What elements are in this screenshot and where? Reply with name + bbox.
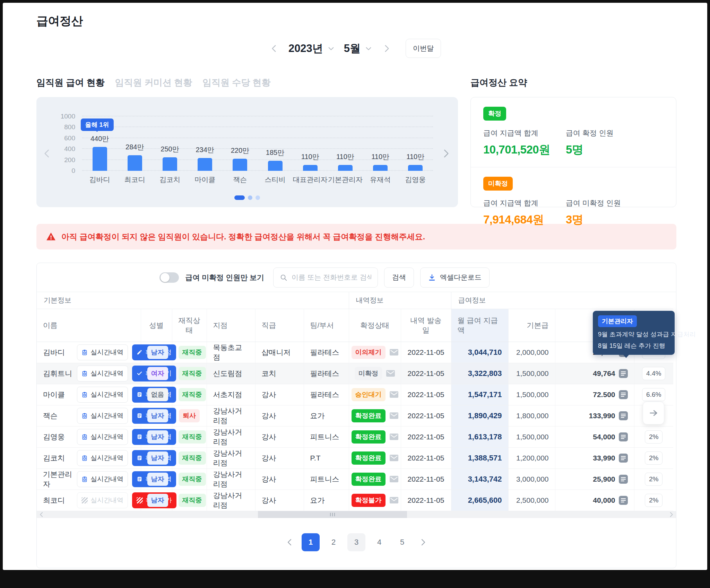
- bar-category-label: 마이클: [188, 175, 223, 184]
- page-number-button[interactable]: 3: [347, 533, 365, 551]
- bar-category-label: 최코디: [117, 175, 152, 184]
- table-column-header-row: 이름 성별 재직상태 지점 직급 팀/부서 확정상태 내역 발송일 월 급여 지…: [37, 309, 673, 342]
- gender-badge: 남자: [147, 430, 168, 444]
- salary-bar-chart: 02004006008001000올해 1위440만284만250만234만22…: [36, 97, 458, 207]
- chevron-down-icon: [365, 45, 372, 52]
- bar-category-label: 김영웅: [398, 175, 433, 184]
- sent-date-cell: 2022-11-05: [401, 342, 451, 363]
- search-input[interactable]: [292, 273, 371, 281]
- salary-chart-panel: 임직원 급여 현황 임직원 커미션 현황 임직원 수당 현황 020040060…: [36, 77, 458, 207]
- excel-download-button[interactable]: 엑셀다운로드: [420, 267, 490, 288]
- base-pay-cell: 1,500,000: [508, 363, 555, 384]
- memo-note-icon[interactable]: [619, 475, 628, 484]
- download-icon: [428, 274, 436, 281]
- page-buttons: 12345: [302, 533, 411, 551]
- doc-icon: [137, 413, 142, 419]
- search-button[interactable]: 검색: [384, 267, 414, 288]
- table-group-header-row: 기본정보 내역정보 급여정보: [37, 292, 673, 309]
- team-cell: 피트니스: [304, 468, 349, 490]
- rank-cell: 강사: [255, 447, 304, 468]
- page-number-button[interactable]: 5: [393, 533, 411, 551]
- envelope-icon[interactable]: [390, 391, 398, 398]
- realtime-history-button[interactable]: 실시간내역: [77, 450, 128, 466]
- carousel-dot[interactable]: [256, 195, 260, 200]
- employment-status-badge: 재직중: [179, 473, 206, 486]
- bar-category-label: 유재석: [363, 175, 398, 184]
- chart-prev-icon[interactable]: [42, 148, 52, 160]
- realtime-history-button[interactable]: 실시간내역: [77, 387, 128, 403]
- realtime-history-button[interactable]: 실시간내역: [77, 366, 128, 381]
- year-selector[interactable]: 2023년: [288, 41, 335, 56]
- base-pay-cell: 2,000,000: [508, 342, 555, 363]
- rank-cell: 코치: [255, 363, 304, 384]
- memo-note-icon[interactable]: [619, 496, 628, 505]
- bar-value-label: 440만: [90, 134, 109, 143]
- memo-note-icon[interactable]: [619, 390, 628, 399]
- carousel-dot[interactable]: [248, 195, 252, 200]
- scroll-right-icon[interactable]: [666, 511, 676, 518]
- realtime-history-button[interactable]: 실시간내역: [77, 492, 128, 508]
- envelope-icon[interactable]: [390, 433, 398, 440]
- summary-unconfirmed-section: 미확정 급여 지급액 합계 7,914,684원 급여 미확정 인원 3명: [471, 167, 676, 237]
- rank-cell: 샵매니저: [255, 342, 304, 363]
- team-cell: 필라테스: [304, 363, 349, 384]
- month-selector[interactable]: 5월: [344, 41, 372, 56]
- realtime-history-button[interactable]: 실시간내역: [77, 408, 128, 424]
- chart-bar: [93, 147, 107, 171]
- col-sent-date: 내역 발송일: [401, 309, 451, 342]
- realtime-history-button[interactable]: 실시간내역: [77, 344, 128, 360]
- scroll-left-icon[interactable]: [37, 511, 46, 518]
- unconfirmed-only-toggle[interactable]: [159, 272, 179, 283]
- employee-name: 마이클: [43, 390, 73, 400]
- carousel-dot[interactable]: [234, 195, 245, 200]
- chart-plot-area: 02004006008001000올해 1위440만284만250만234만22…: [82, 116, 433, 171]
- memo-note-icon[interactable]: [619, 411, 628, 420]
- pagination-prev-icon[interactable]: [283, 535, 297, 549]
- tab-allowance-status[interactable]: 임직원 수당 현황: [202, 77, 270, 89]
- memo-note-icon[interactable]: [619, 454, 628, 463]
- settlement-summary-panel: 급여정산 요약 확정 급여 지급액 합계 10,701,520원 급여 확정 인…: [470, 77, 676, 207]
- monthly-pay-cell: 1,613,178: [451, 426, 508, 447]
- bonus-amount: 54,000: [593, 433, 615, 441]
- memo-note-icon[interactable]: [619, 369, 628, 378]
- employee-name: 김영웅: [43, 432, 73, 442]
- envelope-icon[interactable]: [390, 412, 398, 419]
- scrollbar-track[interactable]: [46, 511, 666, 518]
- prev-month-icon[interactable]: [269, 43, 279, 54]
- tab-commission-status[interactable]: 임직원 커미션 현황: [115, 77, 192, 89]
- realtime-history-button[interactable]: 실시간내역: [77, 471, 128, 487]
- envelope-icon[interactable]: [390, 476, 398, 482]
- base-pay-cell: 1,800,000: [508, 405, 555, 426]
- bonus-amount: 72.500: [593, 390, 615, 399]
- bar-value-label: 110만: [336, 152, 354, 161]
- envelope-icon[interactable]: [390, 349, 398, 356]
- base-pay-cell: 1,200,000: [508, 447, 555, 468]
- y-axis-tick-label: 800: [54, 123, 75, 131]
- next-month-icon[interactable]: [381, 43, 392, 54]
- employee-name: 잭슨: [43, 411, 73, 421]
- summary-confirmed-section: 확정 급여 지급액 합계 10,701,520원 급여 확정 인원 5명: [471, 97, 676, 167]
- tab-salary-status[interactable]: 임직원 급여 현황: [36, 77, 104, 89]
- envelope-icon[interactable]: [390, 497, 398, 503]
- envelope-icon[interactable]: [386, 370, 395, 377]
- page-number-button[interactable]: 2: [324, 533, 343, 551]
- table-scroll-next-button[interactable]: [643, 402, 664, 424]
- envelope-icon[interactable]: [390, 455, 398, 461]
- scrollbar-thumb[interactable]: [258, 511, 407, 518]
- this-month-button[interactable]: 이번달: [406, 39, 441, 58]
- realtime-history-button[interactable]: 실시간내역: [77, 429, 128, 445]
- team-cell: P.T: [304, 447, 349, 468]
- memo-note-icon[interactable]: [619, 432, 628, 441]
- table-row: 기본관리자실시간내역확정내역남자재직중강남사거리점강사피트니스확정완료2022-…: [37, 468, 673, 490]
- month-label: 5월: [344, 41, 361, 56]
- pagination-next-icon[interactable]: [416, 535, 430, 549]
- page-number-button[interactable]: 4: [370, 533, 388, 551]
- horizontal-scrollbar: [37, 511, 676, 518]
- chart-next-icon[interactable]: [441, 148, 451, 160]
- page-number-button[interactable]: 1: [302, 533, 320, 551]
- sent-date-cell: 2022-11-05: [401, 490, 451, 511]
- excel-download-label: 엑셀다운로드: [440, 273, 482, 282]
- percent-chip: 2%: [645, 494, 663, 507]
- summary-heading: 급여정산 요약: [470, 77, 676, 89]
- percent-chip: 2%: [645, 430, 663, 444]
